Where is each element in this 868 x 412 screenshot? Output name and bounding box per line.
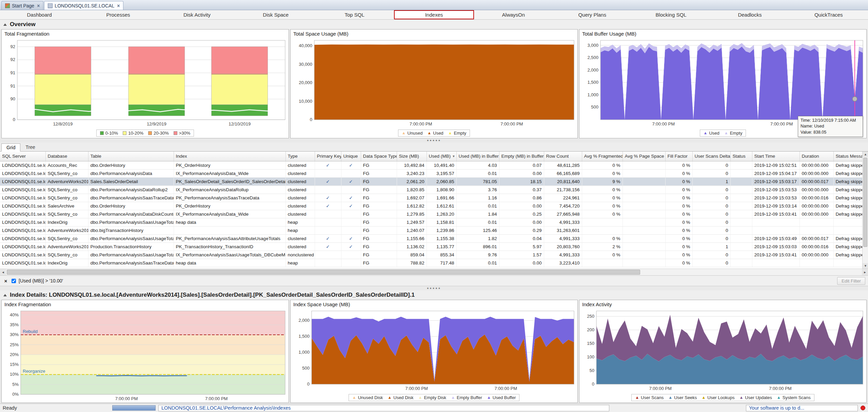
edit-filter-button[interactable]: Edit Filter [837,277,865,285]
vscroll-track[interactable] [863,157,868,263]
update-status-message[interactable]: Your software is up to d... [746,405,858,411]
column-header[interactable]: Start Time [752,152,800,161]
table-cell: 00:00:00.017 [800,177,833,185]
scroll-up-icon[interactable]: ▲ [863,152,868,157]
column-header[interactable]: Status Message [833,152,862,161]
column-header[interactable]: Duration [800,152,833,161]
scroll-down-icon[interactable]: ▼ [863,263,868,269]
column-header[interactable]: SQL Server [0,152,45,161]
view-tab-disk-activity[interactable]: Disk Activity [158,10,236,19]
scroll-left-icon[interactable]: ◄ [0,269,6,275]
column-header[interactable]: Database [45,152,88,161]
scroll-right-icon[interactable]: ► [862,269,868,275]
view-tab-deadlocks[interactable]: Deadlocks [710,10,789,19]
filter-expression[interactable]: [Used (MB)] > '10.00' [19,278,834,283]
document-tab-start-page[interactable]: Start Page× [1,1,43,10]
view-tab-blocking-sql[interactable]: Blocking SQL [632,10,710,19]
view-tab-indexes[interactable]: Indexes [394,10,474,19]
table-cell: 0 % [665,251,692,259]
column-header[interactable]: Used (MB) in Buffer [456,152,499,161]
index-fragmentation-chart[interactable]: 0%5%10%15%20%25%30%35%40%RebuildReorgani… [2,308,289,403]
horizontal-splitter[interactable]: ●●●●● [0,286,868,290]
collapse-icon[interactable] [3,294,7,296]
hscroll-track[interactable] [6,269,862,275]
vertical-scrollbar[interactable]: ▲ ▼ [862,152,868,269]
column-header[interactable]: Size (MB) [397,152,427,161]
grid-view-tab-grid[interactable]: Grid [1,143,20,152]
table-row[interactable]: LONDONSQL01.se.localIndexOrigdbo.Perform… [0,218,862,226]
table-row[interactable]: LONDONSQL01.se.localAdventureWorks2014Pr… [0,242,862,251]
table-cell: Defrag skipped, fragmentation [833,194,862,202]
index-activity-chart[interactable]: 0501001502002507:00:00 PM7:00:00 PM [579,308,866,392]
svg-text:12/10/2019: 12/10/2019 [229,121,251,126]
table-row[interactable]: LONDONSQL01.se.localSQLSentry_codbo.Perf… [0,194,862,202]
table-row[interactable]: LONDONSQL01.se.localSQLSentry_codbo.Perf… [0,251,862,259]
column-header[interactable]: Type [285,152,315,161]
table-row[interactable]: LONDONSQL01.se.localSalesArchivedbo.Orde… [0,202,862,210]
table-cell: 1 [692,177,730,185]
notification-dot-icon[interactable] [861,406,865,410]
column-header[interactable]: Data Space Type [361,152,397,161]
column-header[interactable]: Status [730,152,752,161]
table-cell [623,185,665,194]
grid-view-tab-tree[interactable]: Tree [20,143,40,151]
index-space-usage-chart[interactable]: 05001,0001,5002,0007:00:00 PM7:00:00 PM [291,308,577,392]
total-space-usage-chart[interactable]: 010,00020,00030,00040,0007:00:00 PM7:00:… [291,38,577,128]
column-header[interactable]: Avg % Page Space Used [623,152,665,161]
column-header[interactable]: Unique [341,152,361,161]
status-progress-bar [112,405,156,411]
view-tab-top-sql[interactable]: Top SQL [315,10,394,19]
column-header[interactable]: Avg % Fragmented [582,152,623,161]
table-cell [341,185,361,194]
table-row[interactable]: LONDONSQL01.se.localSQLSentry_codbo.Perf… [0,210,862,218]
table-cell [623,218,665,226]
filter-enabled-checkbox[interactable] [12,279,16,283]
view-tab-quicktraces[interactable]: QuickTraces [789,10,868,19]
table-cell: 2019-12-09 15:03:17 [752,177,800,185]
table-row[interactable]: LONDONSQL01.se.localAdventureWorks2014db… [0,226,862,234]
close-tab-icon[interactable]: × [117,4,120,8]
vscroll-thumb[interactable] [863,158,867,247]
table-cell: 0 % [665,194,692,202]
document-tab-londonsql01-se-local[interactable]: LONDONSQL01.SE.LOCAL× [44,1,123,10]
column-header[interactable]: Fill Factor [665,152,692,161]
table-cell: 66,165,689 [544,169,582,177]
table-row[interactable]: LONDONSQL01.se.localIndexOrigdbo.Perform… [0,259,862,267]
table-cell: 0 % [582,194,623,202]
column-header[interactable]: Row Count [544,152,582,161]
table-row[interactable]: LONDONSQL01.se.localSQLSentry_codbo.Perf… [0,234,862,242]
table-cell [833,218,862,226]
column-header[interactable]: Index [174,152,285,161]
remove-filter-button[interactable]: × [3,278,9,284]
view-tab-dashboard[interactable]: Dashboard [0,10,79,19]
close-tab-icon[interactable]: × [37,4,40,8]
collapse-icon[interactable] [3,23,7,26]
total-buffer-usage-chart[interactable]: 5001,0001,5002,0002,5003,0007:00:00 PM7:… [579,38,866,128]
table-cell: 0 % [665,202,692,210]
tooltip-time: Time: 12/10/2019 7:15:00 AM [801,118,860,124]
chart-title: Total Space Usage (MB) [291,30,577,38]
view-tab-disk-space[interactable]: Disk Space [236,10,315,19]
hscroll-thumb[interactable] [7,270,640,275]
horizontal-scrollbar[interactable]: ◄ ► [0,269,868,275]
table-row[interactable]: LONDONSQL01.se.localSQLSentry_codbo.Perf… [0,169,862,177]
table-row[interactable]: LONDONSQL01.se.localAdventureWorks2014Sa… [0,177,862,185]
horizontal-splitter[interactable]: ●●●●● [0,138,868,142]
table-cell: AdventureWorks2014 [45,177,88,185]
table-row[interactable]: LONDONSQL01.se.localAccounts_Recdbo.Orde… [0,161,862,169]
column-header[interactable]: Table [88,152,174,161]
column-header[interactable]: Empty (MB) in Buffer [499,152,544,161]
total-fragmentation-chart[interactable]: 0909191929212/8/201912/9/201912/10/2019 [2,38,289,128]
index-grid: SQL ServerDatabaseTableIndexTypePrimary … [0,152,868,269]
view-tab-query-plans[interactable]: Query Plans [553,10,632,19]
table-cell: dbo.PerformanceAnalysisDataRollup2 [88,185,174,194]
column-header[interactable]: User Scans Delta [692,152,730,161]
table-cell: 20,803,760 [544,242,582,251]
status-path[interactable]: LONDONSQL01.SE.LOCAL\Performance Analysi… [158,405,609,411]
column-header[interactable]: Used (MB)▼ [427,152,456,161]
view-tab-processes[interactable]: Processes [79,10,157,19]
chart-panel-total-space-usage: Total Space Usage (MB) 010,00020,00030,0… [290,29,578,138]
view-tab-alwayson[interactable]: AlwaysOn [474,10,553,19]
table-row[interactable]: LONDONSQL01.se.localSQLSentry_codbo.Perf… [0,185,862,194]
column-header[interactable]: Primary Key [315,152,341,161]
